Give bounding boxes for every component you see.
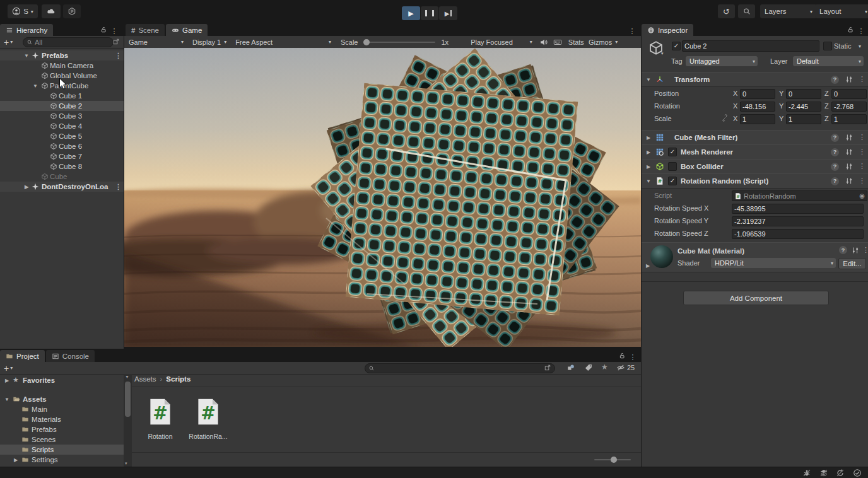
chevron-down-icon[interactable]: ▾ [10,365,13,371]
scale-y-field[interactable] [786,114,821,124]
rotation-y-field[interactable] [786,102,821,112]
version-control-button[interactable] [63,4,81,18]
static-checkbox[interactable] [823,42,832,50]
tree-folder-settings[interactable]: ▶ Settings [0,455,124,465]
presets-icon[interactable] [845,133,853,142]
position-z-field[interactable] [831,89,867,99]
kebab-icon[interactable]: ⋮ [862,247,868,254]
presets-icon[interactable] [845,162,853,171]
layout-dropdown[interactable]: Layout ▾ [815,4,868,18]
help-icon[interactable]: ? [831,148,839,156]
hierarchy-scene-dontdestroyonload[interactable]: ▶ DontDestroyOnLoa ⋮ [0,182,124,192]
tab-console[interactable]: Console [46,350,95,362]
hierarchy-item-cube-7[interactable]: Cube 7 [0,151,124,161]
foldout-closed-icon[interactable]: ▶ [4,378,10,383]
help-icon[interactable]: ? [831,177,839,185]
tab-project[interactable]: Project [0,350,45,362]
foldout-closed-icon[interactable]: ▶ [645,263,651,269]
kebab-icon[interactable]: ⋮ [630,352,636,362]
kebab-icon[interactable]: ⋮ [115,52,121,59]
foldout-closed-icon[interactable]: ▶ [13,457,19,463]
cloud-button[interactable] [42,4,61,18]
tab-inspector[interactable]: Inspector [642,24,693,36]
create-button[interactable]: + [4,37,9,47]
kebab-icon[interactable]: ⋮ [859,177,865,184]
popout-icon[interactable] [544,364,551,373]
hierarchy-search[interactable] [23,37,114,47]
lock-icon[interactable] [845,25,855,35]
account-button[interactable]: S ▾ [8,4,38,18]
position-y-field[interactable] [786,89,821,99]
keyboard-icon[interactable] [553,37,562,46]
rotation-speed-y-field[interactable] [732,216,864,226]
foldout-closed-icon[interactable]: ▶ [645,135,652,141]
breadcrumb-scripts[interactable]: Scripts [166,375,191,383]
hierarchy-scene-prefabs[interactable]: ▼ Prefabs ⋮ [0,50,124,61]
tree-assets-root[interactable]: ▼ Assets [0,394,124,404]
tab-game[interactable]: Game [166,24,208,36]
kebab-icon[interactable]: ⋮ [629,26,635,36]
transform-header[interactable]: ▼ Transform ? ⋮ [642,72,868,87]
foldout-closed-icon[interactable]: ▶ [645,149,652,155]
hierarchy-item-cube-disabled[interactable]: Cube [0,172,124,182]
scroll-up-icon[interactable]: ▼ [125,375,129,379]
undo-history-button[interactable]: ↺ [718,4,735,18]
project-search-input[interactable] [377,364,542,372]
help-icon[interactable]: ? [831,134,839,142]
hierarchy-item-cube-8[interactable]: Cube 8 [0,161,124,172]
game-display-source-dropdown[interactable]: Game ▾ [124,36,188,48]
kebab-icon[interactable]: ⋮ [111,26,117,36]
tree-folder-scripts[interactable]: Scripts [0,445,124,455]
presets-icon[interactable] [851,246,860,255]
foldout-open-icon[interactable]: ▼ [645,178,652,184]
asset-rotation[interactable]: Rotation [139,394,181,440]
focus-mode-dropdown[interactable]: Play Focused ▾ [466,36,537,48]
kebab-icon[interactable]: ⋮ [859,148,865,155]
tree-favorites[interactable]: ▶ ★ Favorites [0,375,124,385]
mesh-filter-header[interactable]: ▶ Cube (Mesh Filter) ? ⋮ [642,130,868,145]
hierarchy-item-main-camera[interactable]: Main Camera [0,61,124,71]
tree-folder-scenes[interactable]: Scenes [0,434,124,445]
foldout-open-icon[interactable]: ▼ [4,397,10,402]
rotation-speed-z-field[interactable] [732,229,864,239]
kebab-icon[interactable]: ⋮ [859,134,865,141]
rotation-z-field[interactable] [831,102,867,112]
scale-slider[interactable] [363,42,435,43]
stats-button[interactable]: Stats [568,38,584,46]
presets-icon[interactable] [845,177,853,185]
tree-folder-prefabs[interactable]: Prefabs [0,424,124,434]
tab-scene[interactable]: # Scene [126,24,165,36]
cache-server-disabled-icon[interactable] [819,469,829,478]
breadcrumb-assets[interactable]: Assets [134,375,156,383]
component-enabled-checkbox[interactable] [668,162,677,171]
mesh-renderer-header[interactable]: ▶ ✓ Mesh Renderer ? ⋮ [642,144,868,160]
hierarchy-search-input[interactable] [35,38,110,46]
gizmos-dropdown[interactable]: Gizmos ▾ [584,36,622,48]
kebab-icon[interactable]: ⋮ [858,26,864,36]
search-by-label-icon[interactable] [584,363,593,372]
position-x-field[interactable] [740,89,775,99]
tree-folder-materials[interactable]: Materials [0,414,124,424]
step-button[interactable]: ▶ [439,6,457,20]
hierarchy-item-cube-2[interactable]: Cube 2 [0,101,124,111]
help-icon[interactable]: ? [839,246,847,254]
hierarchy-item-cube-6[interactable]: Cube 6 [0,141,124,151]
rotation-x-field[interactable] [740,102,775,112]
save-search-icon[interactable]: ★ [601,363,608,371]
lock-icon[interactable] [98,25,108,35]
popout-icon[interactable] [112,38,120,47]
active-checkbox[interactable]: ✓ [672,42,681,50]
material-header[interactable]: ▶ Cube Mat (Material) ? ⋮ Shader HDRP/Li… [642,242,868,272]
component-enabled-checkbox[interactable]: ✓ [668,148,677,156]
object-name-field[interactable] [682,40,819,52]
progress-idle-icon[interactable] [853,469,862,478]
project-search[interactable] [365,363,555,373]
hidden-packages-icon[interactable] [616,363,625,372]
link-icon[interactable] [721,114,729,123]
scale-slider-thumb[interactable] [363,39,370,45]
chevron-down-icon[interactable]: ▾ [661,51,664,56]
scrollbar-thumb[interactable] [125,382,131,417]
search-everywhere-button[interactable] [738,4,755,18]
play-button[interactable]: ▶ [402,6,420,20]
help-icon[interactable]: ? [831,163,839,171]
